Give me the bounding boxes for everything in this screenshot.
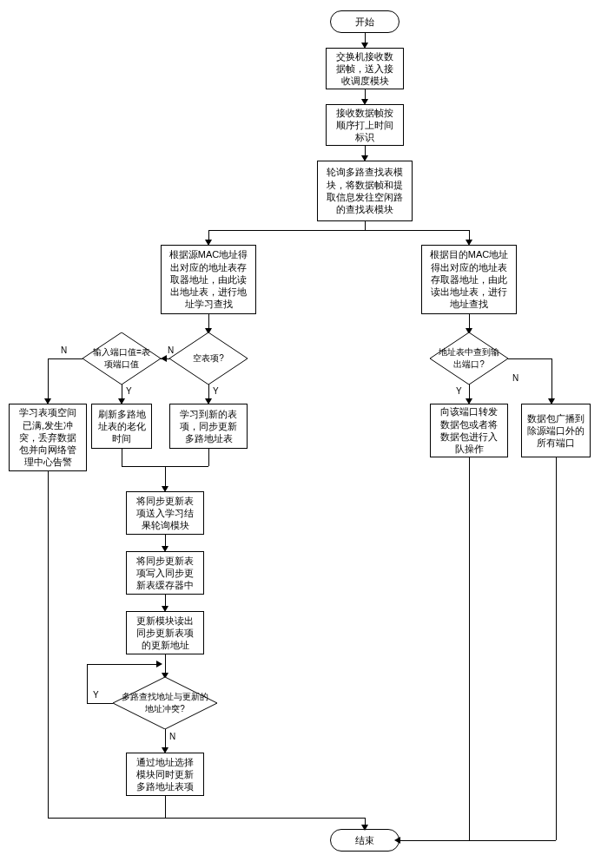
d4-text: 多路查找地址与更新的地址冲突? [113,691,217,715]
p13-text: 通过地址选择模块同时更新多路地址表项 [132,756,198,793]
d2-yes-label: Y [126,386,132,396]
p4-right-text: 根据目的MAC地址得出对应的地址表存取器地址，由此读出地址表，进行地址查找 [427,248,511,310]
process-write-sync-buffer: 将同步更新表项写入同步更新表缓存器中 [126,551,204,595]
process-table-full-alarm: 学习表项空间已满,发生冲突，丢弃数据包并向网络管理中心告警 [9,404,87,471]
process-learn-new-entry: 学习到新的表项，同步更新多路地址表 [169,404,248,449]
p2-text: 接收数据帧按顺序打上时间标识 [332,107,398,144]
d3-yes-label: Y [456,386,462,396]
d2-text: 输入端口值=表项端口值 [83,346,161,371]
p4-left-text: 根据源MAC地址得出对应的地址表存取器地址，由此读出地址表，进行地址学习查找 [167,248,250,310]
decision-port-match: 输入端口值=表项端口值 [83,332,161,385]
decision-output-port-found: 地址表中查到输出端口? [430,332,508,385]
d2-no-label: N [61,345,67,355]
process-src-mac-lookup: 根据源MAC地址得出对应的地址表存取器地址，由此读出地址表，进行地址学习查找 [161,245,256,314]
start-terminal: 开始 [330,10,400,33]
p8-text: 向该端口转发数据包或者将数据包进行入队操作 [436,405,502,455]
process-receive-frame: 交换机接收数据帧，送入接收调度模块 [326,48,404,89]
process-forward-to-port: 向该端口转发数据包或者将数据包进行入队操作 [430,404,508,457]
process-dst-mac-lookup: 根据目的MAC地址得出对应的地址表存取器地址，由此读出地址表，进行地址查找 [421,245,517,314]
process-update-multi-table: 通过地址选择模块同时更新多路地址表项 [126,753,204,796]
decision-address-conflict: 多路查找地址与更新的地址冲突? [113,677,217,729]
end-label: 结束 [355,834,374,846]
p6-text: 刷新多路地址表的老化时间 [97,408,146,445]
d1-no-label: N [168,345,174,355]
p5-text: 学习表项空间已满,发生冲突，丢弃数据包并向网络管理中心告警 [15,406,81,468]
start-label: 开始 [355,16,374,28]
end-terminal: 结束 [330,829,400,852]
decision-empty-table: 空表项? [169,332,248,385]
p3-text: 轮询多路查找表模块，将数据帧和提取信息发往空闲路的查找表模块 [323,166,406,215]
p7-text: 学习到新的表项，同步更新多路地址表 [175,408,241,445]
process-poll-lookup: 轮询多路查找表模块，将数据帧和提取信息发往空闲路的查找表模块 [317,161,413,221]
p11-text: 将同步更新表项写入同步更新表缓存器中 [132,555,198,592]
d3-text: 地址表中查到输出端口? [430,346,508,371]
p12-text: 更新模块读出同步更新表项的更新地址 [132,615,198,652]
p1-text: 交换机接收数据帧，送入接收调度模块 [332,50,398,88]
d4-no-label: N [169,732,175,741]
process-send-to-poll-module: 将同步更新表项送入学习结果轮询模块 [126,491,204,535]
process-timestamp: 接收数据帧按顺序打上时间标识 [326,104,404,146]
d1-yes-label: Y [213,386,219,396]
d1-text: 空表项? [186,352,231,365]
d3-no-label: N [512,373,518,383]
p10-text: 将同步更新表项送入学习结果轮询模块 [132,495,198,532]
process-broadcast: 数据包广播到除源端口外的所有端口 [521,404,591,457]
process-read-update-addr: 更新模块读出同步更新表项的更新地址 [126,611,204,654]
d4-yes-label: Y [93,690,99,700]
p9-text: 数据包广播到除源端口外的所有端口 [527,412,584,450]
process-refresh-aging: 刷新多路地址表的老化时间 [91,404,152,449]
